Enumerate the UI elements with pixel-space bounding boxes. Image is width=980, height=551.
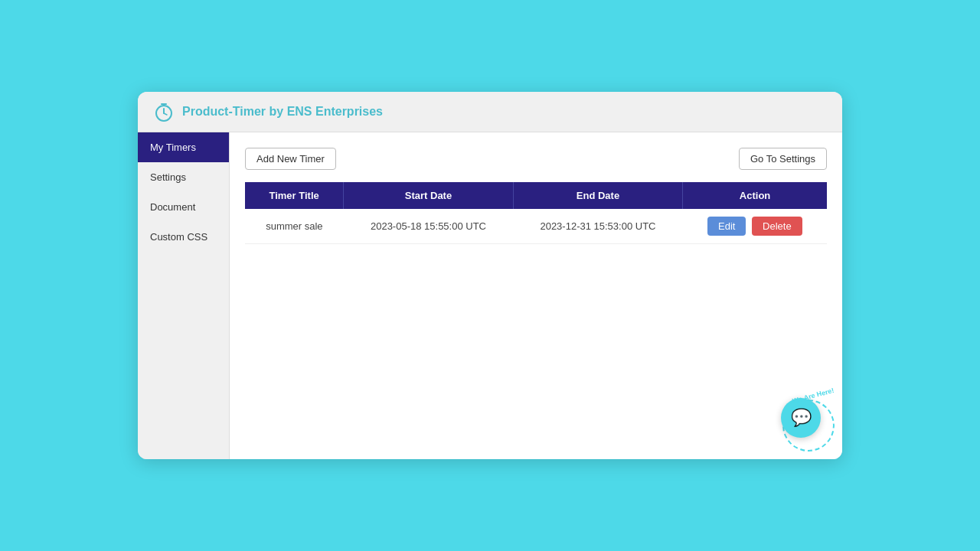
chat-icon: 💬 <box>791 408 812 428</box>
main-layout: My Timers Settings Document Custom CSS A… <box>138 132 842 459</box>
edit-button[interactable]: Edit <box>707 217 746 236</box>
table-row: summer sale 2023-05-18 15:55:00 UTC 2023… <box>245 209 827 244</box>
start-date-cell: 2023-05-18 15:55:00 UTC <box>344 209 513 244</box>
timers-table: Timer Title Start Date End Date Action s… <box>245 182 827 244</box>
sidebar-item-my-timers[interactable]: My Timers <box>138 132 229 162</box>
col-header-end-date: End Date <box>513 182 682 209</box>
action-cell: Edit Delete <box>683 209 827 244</box>
chat-widget-ring: 💬 <box>782 399 835 452</box>
col-header-title: Timer Title <box>245 182 344 209</box>
sidebar: My Timers Settings Document Custom CSS <box>138 132 230 459</box>
app-title: Product-Timer by ENS Enterprises <box>182 105 383 119</box>
end-date-cell: 2023-12-31 15:53:00 UTC <box>513 209 682 244</box>
chat-widget[interactable]: 💬 <box>781 398 821 438</box>
col-header-action: Action <box>683 182 827 209</box>
sidebar-item-settings[interactable]: Settings <box>138 162 229 192</box>
app-window: Product-Timer by ENS Enterprises My Time… <box>138 92 842 459</box>
toolbar: Add New Timer Go To Settings <box>245 148 827 170</box>
sidebar-item-document[interactable]: Document <box>138 192 229 222</box>
main-content: Add New Timer Go To Settings Timer Title… <box>230 132 842 459</box>
delete-button[interactable]: Delete <box>752 217 802 236</box>
svg-line-2 <box>164 113 167 115</box>
go-to-settings-button[interactable]: Go To Settings <box>739 148 827 170</box>
timer-title-cell: summer sale <box>245 209 344 244</box>
add-new-timer-button[interactable]: Add New Timer <box>245 148 336 170</box>
header: Product-Timer by ENS Enterprises <box>138 92 842 132</box>
table-header-row: Timer Title Start Date End Date Action <box>245 182 827 209</box>
col-header-start-date: Start Date <box>344 182 513 209</box>
sidebar-item-custom-css[interactable]: Custom CSS <box>138 222 229 252</box>
timer-icon <box>153 101 175 122</box>
